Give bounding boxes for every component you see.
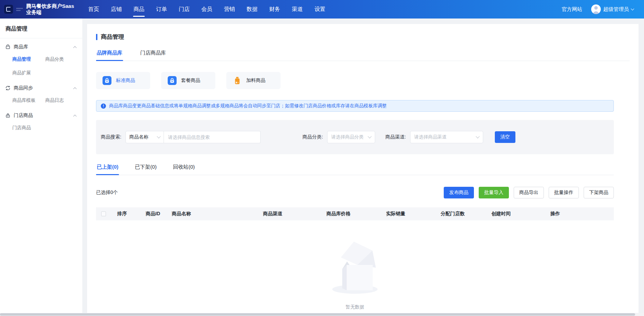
tab-off-shelf[interactable]: 已下架(0) (134, 164, 157, 175)
sidebar-group-items: 商品管理 商品分类 商品扩展 (0, 53, 82, 80)
caret-up-icon[interactable] (73, 114, 77, 118)
addon-product-label: 加料商品 (246, 77, 265, 84)
main-nav: 首页 店铺 商品 订单 门店 会员 营销 数据 财务 渠道 设置 (82, 0, 331, 19)
sidebar-title: 商品管理 (0, 19, 82, 38)
keyword-label: 商品搜索: (101, 134, 121, 140)
horizontal-scrollbar-thumb[interactable] (0, 313, 635, 316)
clear-button[interactable]: 清空 (495, 131, 515, 143)
product-type-cards: 标准商品 套餐商品 加料商品 (96, 72, 630, 89)
channel-select[interactable]: 请选择商品渠道 (410, 131, 483, 143)
export-product-button[interactable]: 商品导出 (514, 187, 544, 198)
library-tabs: 品牌商品库 门店商品库 (96, 50, 630, 61)
chevron-down-icon (476, 134, 479, 138)
page-title-text: 商品管理 (101, 33, 124, 41)
standard-product-card[interactable]: 标准商品 (96, 72, 150, 89)
batch-import-button[interactable]: 批量导入 (479, 187, 509, 198)
tab-store-library[interactable]: 门店商品库 (140, 50, 167, 61)
addon-product-card[interactable]: 加料商品 (226, 72, 281, 89)
nav-item-product[interactable]: 商品 (128, 0, 150, 19)
standard-product-label: 标准商品 (116, 77, 135, 84)
select-all-checkbox[interactable] (101, 211, 106, 216)
sidebar-item-product-log[interactable]: 商品日志 (45, 97, 82, 104)
empty-text: 暂无数据 (346, 304, 364, 310)
selected-count-text: 已选择0个 (96, 190, 118, 196)
nav-item-branch[interactable]: 门店 (173, 0, 195, 19)
sidebar-item-store-product[interactable]: 门店商品 (12, 125, 45, 131)
tab-recycle-bin[interactable]: 回收站(0) (172, 164, 195, 175)
avatar (591, 4, 601, 14)
topbar-right: 官方网站 超级管理员 (562, 4, 644, 14)
tab-brand-library[interactable]: 品牌商品库 (96, 50, 123, 61)
nav-item-home[interactable]: 首页 (82, 0, 105, 19)
category-select[interactable]: 请选择商品分类 (327, 131, 375, 143)
keyword-field-select[interactable]: 商品名称 (126, 131, 164, 143)
column-operations: 操作 (550, 211, 614, 217)
nav-item-channel[interactable]: 渠道 (286, 0, 309, 19)
column-product-id: 商品ID (146, 211, 172, 217)
nav-item-member[interactable]: 会员 (195, 0, 218, 19)
sidebar-item-product-extend[interactable]: 商品扩展 (12, 70, 45, 76)
column-sort: 排序 (117, 211, 146, 217)
info-icon (101, 104, 106, 109)
column-product-channel: 商品渠道 (263, 211, 326, 217)
sidebar-item-library-template[interactable]: 商品库模板 (12, 97, 45, 104)
sidebar-group-label: 商品库 (14, 44, 28, 50)
keyword-field-value: 商品名称 (129, 134, 148, 140)
toolbar-buttons: 发布商品 批量导入 商品导出 批量操作 下架商品 (444, 187, 614, 198)
page-title: 商品管理 (96, 33, 630, 41)
notice-text: 商品库商品变更商品基础信息或将单规格商品调整成多规格商品将会自动同步至门店；如需… (109, 103, 387, 109)
nav-item-data[interactable]: 数据 (241, 0, 263, 19)
notice-banner: 商品库商品变更商品基础信息或将单规格商品调整成多规格商品将会自动同步至门店；如需… (96, 100, 614, 112)
chevron-down-icon (157, 134, 160, 138)
caret-up-icon[interactable] (73, 46, 77, 49)
table-header: 排序 商品ID 商品名称 商品渠道 商品库价格 实际销量 分配门店数 创建时间 … (96, 207, 614, 220)
column-product-name: 商品名称 (172, 211, 263, 217)
sidebar-group-items: 商品库模板 商品日志 (0, 95, 82, 107)
chevron-down-icon (368, 134, 371, 138)
category-placeholder: 请选择商品分类 (331, 134, 364, 140)
logo-subtext-decoration (16, 8, 23, 11)
header-checkbox-cell (96, 211, 117, 216)
sidebar-group-header-product-library[interactable]: 商品库 (0, 38, 82, 53)
take-down-button[interactable]: 下架商品 (584, 187, 614, 198)
status-tabs: 已上架(0) 已下架(0) 回收站(0) (96, 164, 614, 175)
column-assigned-stores: 分配门店数 (441, 211, 491, 217)
chevron-down-icon (631, 7, 634, 10)
logo-icon (4, 5, 13, 14)
official-site-link[interactable]: 官方网站 (562, 6, 582, 13)
column-library-price: 商品库价格 (326, 211, 386, 217)
channel-placeholder: 请选择商品渠道 (414, 134, 447, 140)
sidebar-group-header-product-sync[interactable]: 商品同步 (0, 80, 82, 95)
nav-item-marketing[interactable]: 营销 (218, 0, 241, 19)
nav-item-order[interactable]: 订单 (150, 0, 173, 19)
sidebar-item-product-category[interactable]: 商品分类 (45, 56, 82, 62)
list-toolbar: 已选择0个 发布商品 批量导入 商品导出 批量操作 下架商品 (96, 187, 614, 198)
batch-operation-button[interactable]: 批量操作 (549, 187, 579, 198)
store-lock-icon (5, 113, 11, 118)
nav-item-store[interactable]: 店铺 (105, 0, 128, 19)
sidebar-item-product-manage[interactable]: 商品管理 (12, 56, 45, 62)
empty-box-illustration (326, 236, 384, 295)
nav-item-finance[interactable]: 财务 (263, 0, 286, 19)
sidebar-group-items: 门店商品 (0, 122, 82, 134)
brand-logo: 腾马餐饮多商户Saas业务端 (0, 3, 77, 15)
combo-product-card[interactable]: 套餐商品 (161, 72, 215, 89)
caret-up-icon[interactable] (73, 87, 77, 90)
keyword-search-input[interactable] (164, 131, 261, 143)
sidebar-group-product-sync: 商品同步 商品库模板 商品日志 (0, 80, 82, 107)
username: 超级管理员 (603, 6, 629, 13)
brand-title: 腾马餐饮多商户Saas业务端 (26, 3, 77, 15)
tab-on-shelf[interactable]: 已上架(0) (96, 164, 119, 175)
channel-label: 商品渠道: (385, 134, 406, 140)
top-navbar: 腾马餐饮多商户Saas业务端 首页 店铺 商品 订单 门店 会员 营销 数据 财… (0, 0, 644, 19)
sidebar: 商品管理 商品库 商品管理 商品分类 商品扩展 商品同步 商品库模板 (0, 19, 82, 316)
publish-product-button[interactable]: 发布商品 (444, 187, 474, 198)
blue-bag-icon (168, 76, 177, 85)
column-actual-sales: 实际销量 (386, 211, 441, 217)
sidebar-group-label: 商品同步 (14, 85, 33, 91)
empty-state: 暂无数据 (96, 236, 614, 310)
sidebar-group-header-store-product[interactable]: 门店商品 (0, 107, 82, 122)
horizontal-scrollbar (0, 313, 644, 316)
user-menu[interactable]: 超级管理员 (591, 4, 634, 14)
nav-item-settings[interactable]: 设置 (309, 0, 331, 19)
